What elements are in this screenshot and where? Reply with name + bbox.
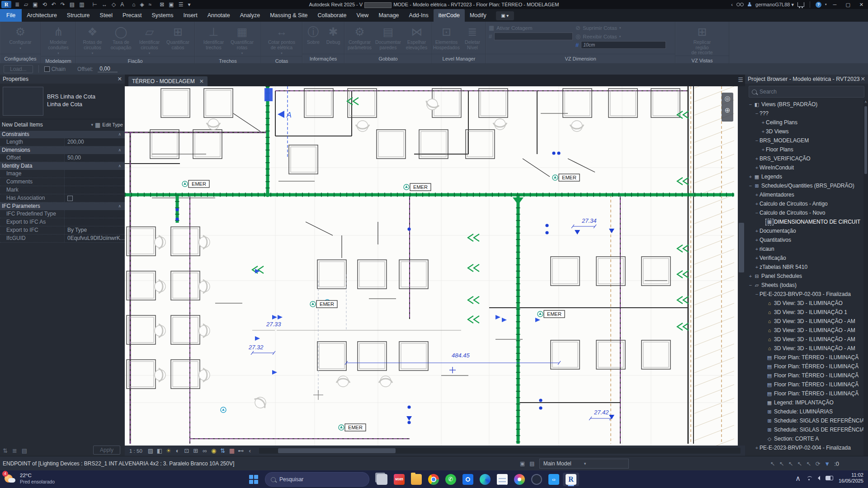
taskbar-app-whatsapp[interactable]: ✆ (443, 473, 459, 486)
ribbon-button-rotas-de-circuitos[interactable]: ❖Rotas decircuitos▾ (79, 23, 107, 56)
tray-chevron-icon[interactable]: ∧ (795, 474, 801, 483)
project-browser-close-icon[interactable]: ✕ (861, 75, 865, 84)
qat-icon[interactable]: ≈ (146, 1, 154, 8)
tree-item-schedule-lumin-rias[interactable]: ⊞Schedule: LUMINÁRIAS (745, 407, 863, 416)
tree-item-3d-view-3d-ilumina-o-am[interactable]: ⌂3D View: 3D - ILUMINAÇÃO - AM (745, 317, 863, 326)
qat-icon[interactable]: ▣ (166, 1, 176, 8)
section-ifc-parameters[interactable]: IFC Parameters∧ (0, 202, 125, 210)
taskbar-app-notepad[interactable] (494, 473, 510, 486)
expand-icon[interactable]: + (748, 174, 753, 179)
property-value[interactable]: 0EqufvuL9DlfJciinwrK... (64, 235, 125, 242)
dimension-offset-input[interactable]: 10cm (581, 41, 666, 49)
selection-toggle-icon[interactable]: ↖ (806, 460, 811, 467)
qat-icon[interactable]: ◈ (137, 1, 146, 8)
tree-item-documenta-o[interactable]: +Documentação (745, 226, 863, 235)
ribbon-button-quantificar-rotas[interactable]: ▦Quantificarrotas▾ (228, 23, 256, 56)
tree-item-floor-plan-t-rreo-ilumina-[interactable]: ▤Floor Plan: TÉRREO - ILUMINAÇÃ (745, 380, 863, 389)
tree-item-floor-plans[interactable]: +Floor Plans (745, 145, 863, 154)
tree-item-legends[interactable]: +▦Legends (745, 172, 863, 181)
qat-icon[interactable]: ↔ (99, 1, 109, 8)
chain-checkbox[interactable] (44, 66, 50, 72)
tab-massing-site[interactable]: Massing & Site (265, 9, 312, 22)
type-selector-dropdown[interactable]: New Detail Items (2, 122, 90, 128)
tree-item-schedule-siglas-de-refer-ncia[interactable]: ⊞Schedule: SIGLAS DE REFERÊNCIA (745, 416, 863, 425)
analytical-model-icon[interactable]: ▦ (227, 447, 236, 454)
qat-icon[interactable]: ▾ (185, 1, 193, 8)
tab-architecture[interactable]: Architecture (22, 9, 62, 22)
properties-close-icon[interactable]: ✕ (118, 75, 122, 84)
minimize-button[interactable]: ─ (830, 2, 840, 7)
filter-icon[interactable]: ▼ (824, 460, 830, 467)
tree-item-dimensionamento-de-circuit[interactable]: ⊞DIMENSIONAMENTO DE CIRCUIT (745, 217, 863, 226)
type-selector-arrow-icon[interactable]: ▾ (91, 122, 94, 127)
has-association-checkbox[interactable] (67, 196, 73, 201)
qat-icon[interactable]: ▱ (22, 1, 30, 8)
user-account-menu[interactable]: germanoG7L88 ▾ (755, 2, 794, 8)
tree-item-3d-view-3d-ilumina-o-am[interactable]: ⌂3D View: 3D - ILUMINAÇÃO - AM (745, 326, 863, 335)
crop-region-visibility-icon[interactable]: ⊞ (191, 447, 200, 454)
qat-icon[interactable]: ▣ (30, 1, 40, 8)
expand-icon[interactable]: + (754, 156, 760, 161)
tree-item-legend-implanta-o[interactable]: ▦Legend: IMPLANTAÇÃO (745, 398, 863, 407)
crop-view-icon[interactable]: ⊡ (182, 447, 191, 454)
ribbon-button-configurar-par-metros[interactable]: ⚙Configurarparâmetros (346, 23, 374, 54)
help-dropdown-icon[interactable]: ▾ (825, 3, 827, 6)
qat-icon[interactable]: ◇ (109, 1, 118, 8)
property-value[interactable]: 200,00 (64, 138, 125, 146)
reveal-hidden-icon[interactable]: ◉ (209, 447, 218, 454)
more-icon[interactable]: ‹ (245, 447, 255, 454)
taskbar-app-dark-app[interactable] (528, 473, 545, 486)
temporary-hide-isolate-icon[interactable]: ∞ (200, 447, 209, 454)
tab-modify[interactable]: Modify (465, 9, 491, 22)
property-value[interactable] (64, 218, 125, 226)
steering-wheel-icon[interactable]: ◎ (724, 93, 730, 104)
browser-search-box[interactable]: Search (749, 86, 864, 98)
tree-item-panel-schedules[interactable]: +⊟Panel Schedules (745, 272, 863, 281)
property-value[interactable] (64, 210, 125, 218)
store-cart-icon[interactable] (797, 2, 804, 7)
reexibir-cotas-button[interactable]: ◎Reexibir Cotas▾ (576, 32, 666, 41)
tree-item--[interactable]: −??? (745, 109, 863, 118)
ribbon-button-documentar-paredes[interactable]: ▤Documentarparedes (374, 23, 402, 54)
expand-icon[interactable]: + (754, 165, 760, 170)
suprimir-cotas-button[interactable]: ⊘Suprimir Cotas▾ (576, 23, 666, 32)
back-icon[interactable]: ‹ (731, 2, 733, 7)
expand-icon[interactable]: + (754, 192, 760, 197)
ribbon-button-modelar-condu-tes[interactable]: ⋔Modelarconduítes▾ (44, 23, 72, 56)
view-tab-close-icon[interactable]: ✕ (199, 76, 204, 86)
expand-icon[interactable]: + (760, 147, 766, 152)
view-tab-list-icon[interactable]: ☰ (738, 76, 743, 83)
close-button[interactable]: ✕ (857, 2, 866, 8)
offset-input[interactable]: 0,00 (98, 66, 117, 72)
expand-icon[interactable]: + (754, 246, 760, 252)
property-value[interactable]: 50,00 (64, 154, 125, 162)
taskbar-app-revit[interactable]: R (563, 473, 579, 486)
tree-item-brs-modelagem[interactable]: −BRS_MODELAGEM (745, 136, 863, 145)
tree-item-floor-plan-t-rreo-ilumina-[interactable]: ▤Floor Plan: TÉRREO - ILUMINAÇÃ (745, 371, 863, 380)
expand-icon[interactable]: + (754, 255, 760, 261)
expand-icon[interactable]: − (754, 138, 760, 143)
section-identity-data[interactable]: Identity Data∧ (0, 162, 125, 170)
qat-icon[interactable]: ≣ (13, 1, 22, 8)
tree-item-views-brs-padr-o-[interactable]: −◧Views (BRS_PADRÃO) (745, 100, 863, 109)
expand-icon[interactable]: − (754, 111, 760, 116)
taskbar-app-vscode[interactable]: ‹› (546, 473, 562, 486)
edit-type-icon[interactable]: ▦ (95, 122, 100, 128)
ribbon-button-cotar-pontos-de-el-trica[interactable]: ↔Cotar pontosde elétrica▾ (268, 23, 296, 56)
tree-item-calculo-de-circuitos-antigo[interactable]: +Calculo de Circuitos - Antigo (745, 199, 863, 208)
ribbon-button-deletar-n-vel[interactable]: ≣DeletarNível (460, 23, 485, 54)
tab-manage[interactable]: Manage (373, 9, 404, 22)
tab-insert[interactable]: Insert (178, 9, 202, 22)
tree-item-3d-view-3d-ilumina-o-am[interactable]: ⌂3D View: 3D - ILUMINAÇÃO - AM (745, 344, 863, 353)
detail-level-icon[interactable]: ▨ (146, 447, 155, 454)
tab-add-ins[interactable]: Add-Ins (404, 9, 434, 22)
tab-collaborate[interactable]: Collaborate (313, 9, 352, 22)
expand-icon[interactable]: + (754, 228, 760, 234)
taskbar-app-chrome[interactable] (425, 473, 442, 486)
property-value[interactable] (64, 178, 125, 186)
tab-structure[interactable]: Structure (62, 9, 95, 22)
tab-analyze[interactable]: Analyze (235, 9, 265, 22)
qat-icon[interactable]: A (118, 1, 126, 8)
expand-icon[interactable]: − (754, 210, 760, 216)
taskbar-app-task-view[interactable] (374, 473, 390, 486)
